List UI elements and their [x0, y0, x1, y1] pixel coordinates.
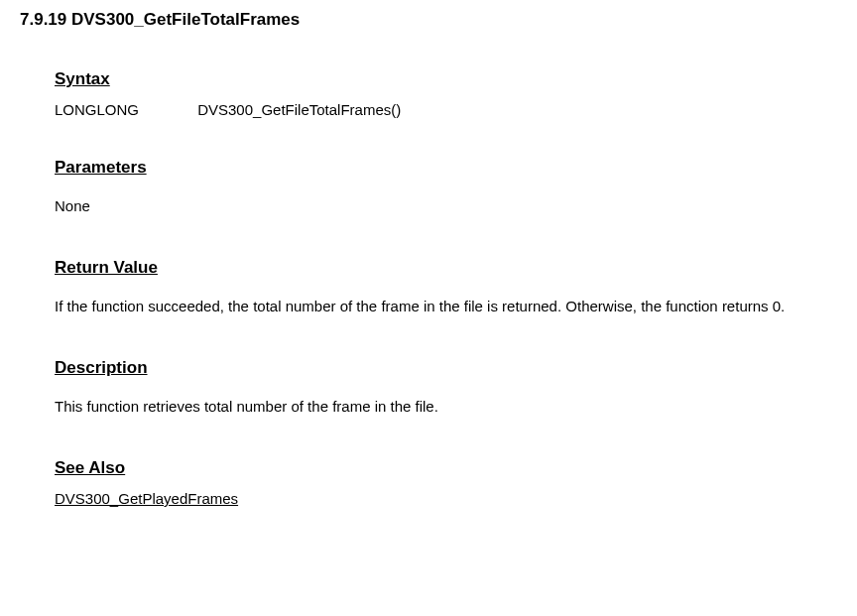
section-heading: 7.9.19 DVS300_GetFileTotalFrames [20, 10, 837, 30]
section-number: 7.9.19 [20, 10, 66, 29]
return-value-content: If the function succeeded, the total num… [55, 290, 837, 322]
syntax-heading: Syntax [55, 69, 837, 89]
see-also-section: See Also DVS300_GetPlayedFrames [55, 458, 837, 507]
syntax-line: LONGLONG DVS300_GetFileTotalFrames() [55, 101, 837, 118]
syntax-return-type: LONGLONG [55, 101, 193, 118]
parameters-section: Parameters None [55, 158, 837, 222]
description-heading: Description [55, 358, 837, 378]
syntax-section: Syntax LONGLONG DVS300_GetFileTotalFrame… [55, 69, 837, 118]
description-content: This function retrieves total number of … [55, 390, 837, 423]
return-value-heading: Return Value [55, 258, 837, 278]
description-section: Description This function retrieves tota… [55, 358, 837, 423]
return-value-section: Return Value If the function succeeded, … [55, 258, 837, 322]
see-also-link[interactable]: DVS300_GetPlayedFrames [55, 490, 837, 507]
parameters-content: None [55, 189, 837, 222]
see-also-heading: See Also [55, 458, 837, 478]
content-block: Syntax LONGLONG DVS300_GetFileTotalFrame… [20, 69, 837, 507]
parameters-heading: Parameters [55, 158, 837, 178]
syntax-signature: DVS300_GetFileTotalFrames() [197, 101, 401, 118]
section-title: DVS300_GetFileTotalFrames [71, 10, 300, 29]
